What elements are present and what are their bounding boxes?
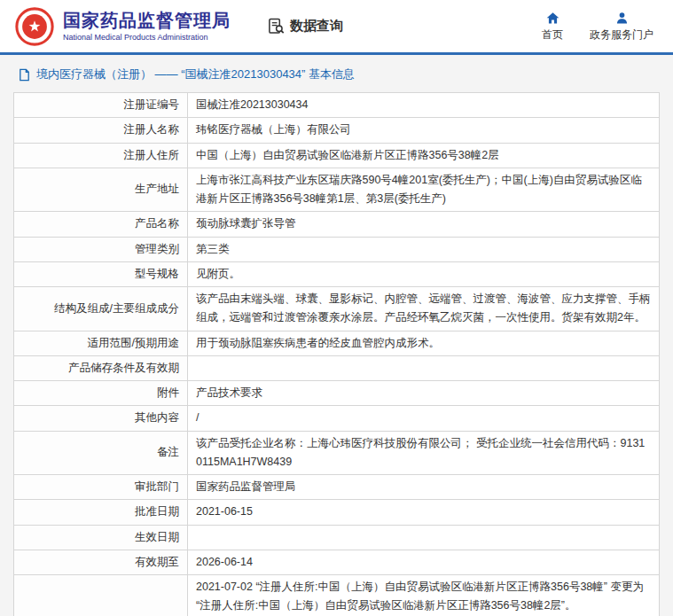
nav-portal[interactable]: 政务服务门户 [590,11,653,43]
table-row: 生效日期 [14,525,660,550]
top-header: 国家药品监督管理局 National Medical Products Admi… [0,0,673,55]
row-label: 产品储存条件及有效期 [14,355,188,380]
document-icon [18,68,31,82]
row-value: 国械注准20213030434 [188,93,660,118]
table-row: 结构及组成/主要组成成分 该产品由末端头端、球囊、显影标记、内腔管、远端管、过渡… [14,287,660,331]
row-label: 适用范围/预期用途 [14,331,188,355]
registration-info-table: 注册证编号 国械注准20213030434 注册人名称 玮铭医疗器械（上海）有限… [13,92,660,616]
row-value: 国家药品监督管理局 [188,475,660,500]
row-label: 变更情况 [14,575,188,616]
data-query-nav[interactable]: 数据查询 [268,18,343,35]
row-label: 其他内容 [14,406,188,431]
agency-name-cn: 国家药品监督管理局 [63,11,231,31]
row-value: 2021-06-15 [188,500,660,525]
row-label: 附件 [14,381,188,406]
nav-home-label: 首页 [542,27,563,43]
row-label: 注册人住所 [14,143,188,168]
row-label: 生效日期 [14,525,188,550]
table-row: 产品名称 颈动脉球囊扩张导管 [14,212,660,237]
row-value: / [188,406,660,431]
table-row: 注册人住所 中国（上海）自由贸易试验区临港新片区正博路356号38幢2层 [14,143,660,168]
row-label: 型号规格 [14,261,188,286]
row-value: 见附页。 [188,261,660,286]
row-value: 颈动脉球囊扩张导管 [188,212,660,237]
nav-home[interactable]: 首页 [542,11,563,43]
data-query-label: 数据查询 [290,18,343,35]
row-value: 中国（上海）自由贸易试验区临港新片区正博路356号38幢2层 [188,143,660,168]
row-label: 管理类别 [14,237,188,261]
breadcrumb-text: 境内医疗器械（注册） —— “国械注准20213030434” 基本信息 [36,66,355,82]
table-row: 注册证编号 国械注准20213030434 [14,93,660,118]
table-row: 注册人名称 玮铭医疗器械（上海）有限公司 [14,118,660,143]
table-row: 管理类别 第三类 [14,237,660,261]
row-label: 注册人名称 [14,118,188,143]
row-label: 备注 [14,431,188,475]
top-nav: 首页 政务服务门户 [542,11,661,43]
row-value: 该产品由末端头端、球囊、显影标记、内腔管、远端管、过渡管、海波管、应力支撑管、手… [188,287,660,331]
agency-name-en: National Medical Products Administration [63,33,231,42]
table-row: 产品储存条件及有效期 [14,355,660,380]
breadcrumb: 境内医疗器械（注册） —— “国械注准20213030434” 基本信息 [0,55,673,92]
row-value [188,355,660,380]
table-row: 审批部门 国家药品监督管理局 [14,475,660,500]
table-row: 有效期至 2026-06-14 [14,550,660,574]
row-label: 结构及组成/主要组成成分 [14,287,188,331]
page: { "header": { "agency_name_cn": "国家药品监督管… [0,0,673,616]
home-icon [545,11,560,26]
agency-name: 国家药品监督管理局 National Medical Products Admi… [63,11,231,42]
row-label: 注册证编号 [14,93,188,118]
nmpa-emblem-icon [14,6,55,47]
row-label: 有效期至 [14,550,188,574]
row-value: 该产品受托企业名称：上海心玮医疗科技股份有限公司； 受托企业统一社会信用代码：9… [188,431,660,475]
row-label: 审批部门 [14,475,188,500]
main-content: 注册证编号 国械注准20213030434 注册人名称 玮铭医疗器械（上海）有限… [0,92,673,616]
row-value: 上海市张江高科技产业东区瑞庆路590号4幢201室(委托生产)；中国(上海)自由… [188,168,660,212]
row-value: 用于颈动脉阻塞疾病患者的经皮血管腔内成形术。 [188,331,660,355]
row-value: 第三类 [188,237,660,261]
table-row: 备注 该产品受托企业名称：上海心玮医疗科技股份有限公司； 受托企业统一社会信用代… [14,431,660,475]
nav-portal-label: 政务服务门户 [590,27,653,43]
row-value: 玮铭医疗器械（上海）有限公司 [188,118,660,143]
row-label: 产品名称 [14,212,188,237]
row-value: 2026-06-14 [188,550,660,574]
table-row: 生产地址 上海市张江高科技产业东区瑞庆路590号4幢201室(委托生产)；中国(… [14,168,660,212]
agency-brand: 国家药品监督管理局 National Medical Products Admi… [14,6,231,47]
row-label: 批准日期 [14,500,188,525]
person-icon [614,11,630,26]
table-row: 变更情况 2021-07-02 “注册人住所:中国（上海）自由贸易试验区临港新片… [14,575,660,616]
table-row: 附件 产品技术要求 [14,381,660,406]
table-row: 型号规格 见附页。 [14,261,660,286]
table-row: 批准日期 2021-06-15 [14,500,660,525]
row-label: 生产地址 [14,168,188,212]
search-document-icon [268,18,285,35]
row-value: 2021-07-02 “注册人住所:中国（上海）自由贸易试验区临港新片区正博路3… [188,575,660,616]
row-value [188,525,660,550]
row-value: 产品技术要求 [188,381,660,406]
table-row: 适用范围/预期用途 用于颈动脉阻塞疾病患者的经皮血管腔内成形术。 [14,331,660,355]
table-row: 其他内容 / [14,406,660,431]
